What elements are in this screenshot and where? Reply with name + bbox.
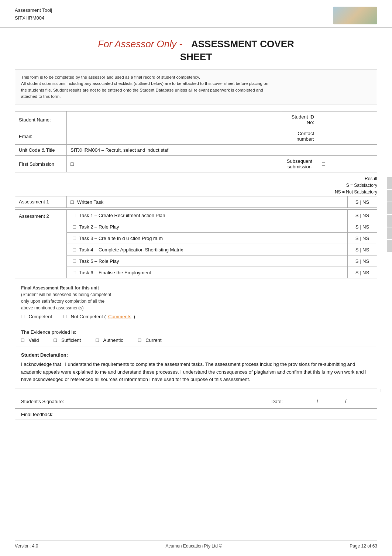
declaration-block: Student Declaration: I acknowledge that …	[15, 347, 377, 388]
evidence-sufficient[interactable]: □ Sufficient	[54, 337, 81, 343]
authentic-checkbox-icon[interactable]: □	[96, 337, 99, 343]
contact-label: Contact number:	[281, 128, 318, 145]
declaration-title: Student Declaration:	[21, 351, 371, 359]
title-assessor-prefix: For Assessor Only -	[98, 38, 182, 50]
title-main1: ASSESSMENT COVER	[191, 38, 294, 50]
intro-text: This form is to be completed by the asse…	[15, 69, 377, 104]
footer-version: Version: 4.0	[15, 543, 38, 549]
a2t4-checkbox-icon[interactable]: □	[73, 247, 76, 253]
a2-task5-result: S | NS	[348, 255, 377, 267]
final-feedback-area[interactable]	[15, 420, 377, 457]
assessment2-task6-row: □ Task 6 – Finalise the Employment S | N…	[15, 267, 377, 278]
a2-task3-result: S | NS	[348, 233, 377, 244]
contact-value	[318, 128, 377, 145]
a2t2-checkbox-icon[interactable]: □	[73, 224, 76, 230]
evidence-title: The Evidence provided is:	[21, 329, 371, 335]
sufficient-checkbox-icon[interactable]: □	[54, 337, 56, 343]
a2-task3-label: □ Task 3 – Cre a te In d u ction Prog ra…	[67, 233, 348, 244]
a2-task4-result: S | NS	[348, 244, 377, 255]
form-table: Student Name: Student ID No: Email: Cont…	[15, 111, 377, 172]
not-competent-checkbox-icon[interactable]: □	[63, 313, 66, 319]
assessment1-item: □ Written Task	[67, 196, 348, 208]
title-main2: SHEET	[15, 51, 377, 63]
side-tab-1	[387, 177, 392, 189]
competent-option[interactable]: □ Competent	[21, 313, 52, 319]
a2t5-checkbox-icon[interactable]: □	[73, 258, 76, 264]
intro-paragraph: This form is to be completed by the asse…	[21, 75, 268, 99]
closing-paren: )	[134, 314, 135, 319]
assessment1-result: S | NS	[348, 196, 377, 208]
subsequent-checkbox[interactable]: □	[318, 156, 377, 172]
student-id-label: Student ID No:	[281, 111, 318, 128]
declaration-ack: I acknowledge that I understand the requ…	[21, 361, 367, 382]
email-value	[67, 128, 281, 145]
a2-task2-result: S | NS	[348, 221, 377, 233]
student-name-label: Student Name:	[15, 111, 67, 128]
title-section: For Assessor Only - ASSESSMENT COVER SHE…	[0, 28, 392, 69]
submission-row: First Submission □ Subsequent submission…	[15, 156, 377, 172]
evidence-row: □ Valid □ Sufficient □ Authentic □ Curre…	[21, 337, 371, 343]
a2t1-checkbox-icon[interactable]: □	[73, 212, 76, 218]
a2-task3-text: Task 3 – Cre a te In d u ction Prog ra m	[79, 236, 163, 241]
assessment2-task5-row: □ Task 5 – Role Play S | NS	[15, 255, 377, 267]
comments-link[interactable]: Comments	[108, 314, 131, 319]
evidence-authentic[interactable]: □ Authentic	[96, 337, 123, 343]
first-submission-checkbox[interactable]: □	[67, 156, 281, 172]
assessment1-label: Assessment 1	[15, 196, 67, 208]
final-subtitle2: only upon satisfactory completion of all…	[21, 299, 104, 304]
competent-checkbox-icon[interactable]: □	[21, 313, 24, 319]
final-subtitle3: above mentioned assessments)	[21, 305, 83, 310]
a2-task2-label: □ Task 2 – Role Play	[67, 221, 348, 233]
a1-result-value: S | NS	[355, 199, 369, 205]
final-feedback-label: Final feedback:	[15, 409, 377, 420]
a2t6-checkbox-icon[interactable]: □	[73, 270, 76, 275]
side-tab-2	[387, 190, 392, 202]
evidence-valid[interactable]: □ Valid	[21, 337, 39, 343]
a2-task1-label: □ Task 1 – Create Recruitment action Pla…	[67, 210, 348, 221]
final-assessment-title: Final Assessment Result for this unit (S…	[21, 285, 371, 311]
not-competent-option[interactable]: □ Not Competent ( Comments )	[63, 313, 135, 319]
header-text: Assessment Tool| SITXHRM004	[15, 7, 52, 22]
a2-task5-text: Task 5 – Role Play	[79, 258, 119, 264]
subsequent-label: Subsequent submission	[281, 156, 318, 172]
side-tabs	[387, 177, 392, 252]
a1-checkbox-icon[interactable]: □	[71, 199, 73, 205]
side-tab-5	[387, 227, 392, 239]
subsequent-checkbox-icon[interactable]: □	[322, 161, 325, 167]
assessment1-row: Assessment 1 □ Written Task S | NS	[15, 196, 377, 208]
signature-row: Student's Signature: Date: / /	[15, 394, 377, 409]
a2-task1-text: Task 1 – Create Recruitment action Plan	[79, 213, 165, 218]
assessment2-task1-row: Assessment 2 □ Task 1 – Create Recruitme…	[15, 210, 377, 221]
result-legend: Result S = Satisfactory NS = Not Satisfa…	[15, 174, 377, 196]
current-checkbox-icon[interactable]: □	[138, 337, 141, 343]
title-line: For Assessor Only - ASSESSMENT COVER	[15, 38, 377, 50]
date-slash1: /	[317, 398, 318, 405]
top-header: Assessment Tool| SITXHRM004	[0, 0, 392, 28]
a2-task6-label: □ Task 6 – Finalise the Employment	[67, 267, 348, 278]
assessment2-task4-row: □ Task 4 – Complete Application Shortlis…	[15, 244, 377, 255]
side-tab-3	[387, 202, 392, 214]
page: Assessment Tool| SITXHRM004 For Assessor…	[0, 0, 392, 556]
first-sub-checkbox-icon[interactable]: □	[71, 161, 73, 167]
email-row: Email: Contact number:	[15, 128, 377, 145]
a2-task2-text: Task 2 – Role Play	[79, 224, 119, 230]
competent-label: Competent	[28, 314, 52, 319]
final-subtitle1: (Student will be assessed as being compe…	[21, 292, 111, 297]
evidence-current[interactable]: □ Current	[138, 337, 162, 343]
date-label: Date:	[271, 399, 283, 404]
student-name-value	[67, 111, 281, 128]
email-label: Email:	[15, 128, 67, 145]
valid-checkbox-icon[interactable]: □	[21, 337, 24, 343]
final-options: □ Competent □ Not Competent ( Comments )	[21, 313, 371, 319]
unit-code-label: Unit Code & Title	[15, 145, 67, 156]
a2-task4-label: □ Task 4 – Complete Application Shortlis…	[67, 244, 348, 255]
first-submission-label: First Submission	[15, 156, 67, 172]
student-name-row: Student Name: Student ID No:	[15, 111, 377, 128]
assessment2-task3-row: □ Task 3 – Cre a te In d u ction Prog ra…	[15, 233, 377, 244]
side-tab-6	[387, 240, 392, 252]
a2t3-checkbox-icon[interactable]: □	[73, 235, 76, 241]
a2-task6-result: S | NS	[348, 267, 377, 278]
final-assessment-block: Final Assessment Result for this unit (S…	[15, 280, 377, 324]
result-not-satisfactory: NS = Not Satisfactory	[15, 189, 377, 195]
date-slash2: /	[345, 398, 347, 405]
